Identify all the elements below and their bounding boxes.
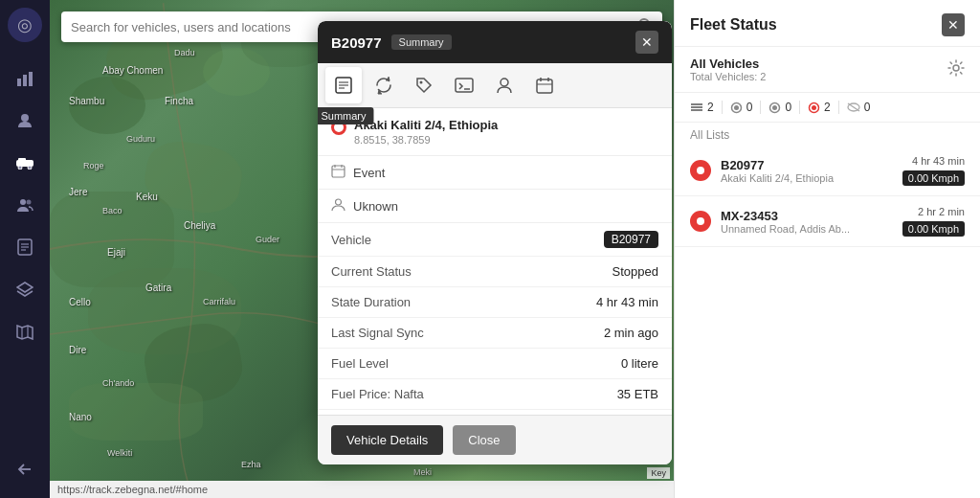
map-area[interactable]: K'Erdobi Dadu Abay Chomen Shambu Fincha … xyxy=(50,0,674,498)
detail-value-duration: 4 hr 43 min xyxy=(596,295,658,309)
user-icon xyxy=(331,197,345,215)
map-label-ejaji: Ejaji xyxy=(107,247,125,258)
svg-rect-0 xyxy=(17,79,21,86)
detail-value-status: Stopped xyxy=(612,264,658,279)
tab-calendar[interactable] xyxy=(526,67,563,103)
vehicle-item-mx23453[interactable]: MX-23453 Unnamed Road, Addis Ab... 2 hr … xyxy=(675,196,980,247)
vehicle-name-b20977: B20977 xyxy=(721,158,902,172)
fleet-panel: Fleet Status ✕ All Vehicles Total Vehicl… xyxy=(674,0,980,498)
vehicle-location-b20977: Akaki Kaliti 2/4, Ethiopia xyxy=(721,172,902,184)
stat-stopped: 2 xyxy=(800,101,839,114)
map-label-guder: Guder xyxy=(256,235,279,244)
tab-terminal[interactable] xyxy=(446,67,482,103)
map-label-roge: Roge xyxy=(83,161,104,170)
logo-icon: ◎ xyxy=(17,14,33,35)
map-label-nano: Nano xyxy=(69,412,92,422)
popup-close-button[interactable]: ✕ xyxy=(635,31,658,54)
map-label-abay: Abay Chomen xyxy=(102,65,163,76)
sidebar-item-chart[interactable] xyxy=(8,61,42,96)
detail-label-duration: State Duration xyxy=(331,295,411,309)
stat-moving-count: 0 xyxy=(746,101,753,114)
popup-tabs: Summary xyxy=(318,63,672,108)
detail-label-vehicle: Vehicle xyxy=(331,233,371,247)
sidebar-item-user[interactable] xyxy=(8,103,42,138)
stat-all-count: 2 xyxy=(707,101,714,114)
popup-location: Akaki Kaliti 2/4, Ethiopia 8.8515, 38.78… xyxy=(318,108,672,156)
detail-label-sync: Last Signal Sync xyxy=(331,326,424,340)
svg-point-7 xyxy=(28,166,32,170)
sidebar-item-reports[interactable] xyxy=(8,230,42,264)
tab-user[interactable] xyxy=(486,67,523,103)
svg-rect-27 xyxy=(537,79,552,93)
map-key-label: Key xyxy=(647,467,670,479)
gear-icon[interactable] xyxy=(947,59,965,80)
stat-hidden: 0 xyxy=(839,101,879,114)
svg-rect-31 xyxy=(332,166,345,177)
sidebar-item-layers[interactable] xyxy=(8,272,42,306)
sidebar: ◎ xyxy=(0,0,50,498)
tab-tag[interactable] xyxy=(406,67,442,103)
vehicle-location-mx23453: Unnamed Road, Addis Ab... xyxy=(721,223,902,235)
vehicle-right-b20977: 4 hr 43 min 0.00 Kmph xyxy=(902,155,965,186)
vehicle-list: B20977 Akaki Kaliti 2/4, Ethiopia 4 hr 4… xyxy=(675,146,980,498)
svg-rect-2 xyxy=(29,72,33,86)
fleet-all-vehicles: All Vehicles Total Vehicles: 2 xyxy=(675,47,980,93)
detail-value-fuel: 0 litere xyxy=(621,356,658,371)
close-popup-button[interactable]: Close xyxy=(453,425,515,455)
stat-idle-count: 0 xyxy=(785,101,791,114)
stat-all: 2 xyxy=(690,101,723,114)
map-label-chndo: Ch'ando xyxy=(102,378,134,388)
popup-footer: Vehicle Details Close xyxy=(318,415,672,464)
fleet-stats: 2 0 0 2 0 xyxy=(675,93,980,123)
sidebar-item-vehicle[interactable] xyxy=(8,146,42,180)
vehicle-info-b20977: B20977 Akaki Kaliti 2/4, Ethiopia xyxy=(721,158,902,184)
app-logo[interactable]: ◎ xyxy=(8,8,42,42)
map-label-welkiti: Welkiti xyxy=(107,448,132,458)
map-label-jere: Jere xyxy=(69,187,87,197)
detail-row-nafta: Fuel Price: Nafta 35 ETB xyxy=(318,379,672,410)
url-text: https://track.zebegna.net/#home xyxy=(57,484,208,495)
map-label-ezha: Ezha xyxy=(241,460,261,469)
svg-rect-24 xyxy=(456,79,473,92)
svg-point-45 xyxy=(812,105,816,110)
sidebar-item-persons[interactable] xyxy=(8,188,42,222)
sidebar-item-back[interactable] xyxy=(8,452,42,487)
vehicle-details-button[interactable]: Vehicle Details xyxy=(331,425,443,455)
detail-row-fuel: Fuel Level 0 litere xyxy=(318,349,672,379)
tab-refresh[interactable] xyxy=(366,67,402,103)
vehicle-dot-mx23453 xyxy=(690,211,711,232)
vehicle-item-b20977[interactable]: B20977 Akaki Kaliti 2/4, Ethiopia 4 hr 4… xyxy=(675,146,980,196)
vehicle-time-b20977: 4 hr 43 min xyxy=(902,155,965,167)
fleet-close-button[interactable]: ✕ xyxy=(942,13,965,36)
svg-point-8 xyxy=(20,199,26,205)
detail-row-status: Current Status Stopped xyxy=(318,257,672,287)
map-label-cheliya: Cheliya xyxy=(184,220,215,231)
vehicle-speed-b20977: 0.00 Kmph xyxy=(902,170,965,186)
sidebar-item-map[interactable] xyxy=(8,314,42,349)
detail-label-nafta: Fuel Price: Nafta xyxy=(331,387,424,401)
map-label-cello: Cello xyxy=(69,297,91,307)
svg-point-36 xyxy=(953,65,959,71)
location-name: Akaki Kaliti 2/4, Ethiopia xyxy=(354,118,498,132)
stat-idle: 0 xyxy=(761,101,800,114)
popup-header: B20977 Summary ✕ xyxy=(318,21,672,63)
map-label-dire: Dire xyxy=(69,345,86,355)
user-row: Uknown xyxy=(318,190,672,223)
detail-value-vehicle: B20977 xyxy=(604,231,658,248)
detail-row-benzin: Fuel Price: Benzin 37 ETB xyxy=(318,410,672,415)
all-vehicles-label: All Vehicles xyxy=(690,57,767,71)
stat-hidden-count: 0 xyxy=(864,101,871,114)
tab-summary[interactable]: Summary xyxy=(325,67,362,103)
location-dot xyxy=(331,120,346,135)
map-label-keku: Keku xyxy=(136,192,158,202)
detail-value-nafta: 35 ETB xyxy=(617,387,658,401)
map-label-baco: Baco xyxy=(102,206,122,215)
fleet-lists-label: All Lists xyxy=(675,123,980,146)
svg-rect-1 xyxy=(23,75,27,86)
detail-label-status: Current Status xyxy=(331,264,412,279)
vehicle-info-mx23453: MX-23453 Unnamed Road, Addis Ab... xyxy=(721,209,902,235)
detail-row-duration: State Duration 4 hr 43 min xyxy=(318,287,672,318)
vehicle-dot-b20977 xyxy=(690,160,711,181)
svg-point-6 xyxy=(18,166,22,170)
svg-point-23 xyxy=(420,81,423,84)
